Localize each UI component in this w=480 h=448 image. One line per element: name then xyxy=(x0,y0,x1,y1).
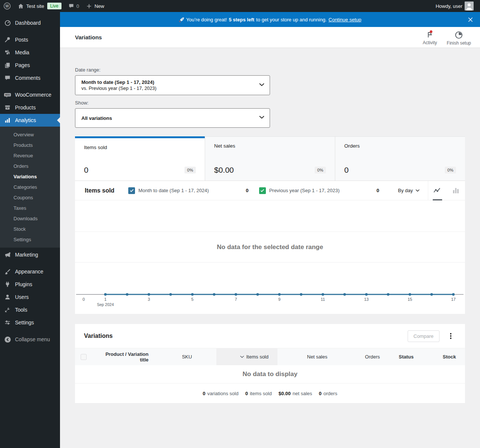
table-header-row: Product / Variation title SKU Items sold… xyxy=(75,348,465,365)
svg-text:5: 5 xyxy=(191,297,194,302)
line-chart-type-button[interactable] xyxy=(428,181,447,200)
checkbox-checked-icon xyxy=(259,187,266,194)
submenu-item-categories[interactable]: Categories xyxy=(0,182,60,192)
column-header-orders[interactable]: Orders xyxy=(336,348,389,365)
sidebar-item-label: Analytics xyxy=(15,117,36,123)
sidebar-item-posts[interactable]: Posts xyxy=(0,33,60,46)
stat-value: 0 xyxy=(344,166,349,175)
wordpress-menu[interactable]: W xyxy=(0,0,14,12)
sidebar-item-label: Settings xyxy=(15,320,34,326)
brush-icon xyxy=(4,268,11,275)
submenu-item-settings[interactable]: Settings xyxy=(0,234,60,245)
sidebar-item-dashboard[interactable]: Dashboard xyxy=(0,16,60,29)
chart-plot-area: No data for the selected date range 01Se… xyxy=(75,200,465,314)
submenu-item-overview[interactable]: Overview xyxy=(0,129,60,140)
svg-text:13: 13 xyxy=(364,297,369,302)
compare-button[interactable]: Compare xyxy=(408,330,440,342)
chevron-down-icon xyxy=(416,189,420,192)
svg-text:7: 7 xyxy=(235,297,237,302)
stats-tabs: Items sold 0 0% Net sales $0.00 0% Order… xyxy=(75,136,465,181)
line-chart-icon xyxy=(433,187,442,194)
submenu-item-downloads[interactable]: Downloads xyxy=(0,213,60,224)
table-card-header: Variations Compare xyxy=(75,324,465,348)
column-header-net-sales[interactable]: Net sales xyxy=(278,348,336,365)
show-label: Show: xyxy=(75,100,465,106)
chevron-down-icon xyxy=(259,83,264,86)
plug-icon xyxy=(4,281,11,288)
date-range-select[interactable]: Month to date (Sep 1 - 17, 2024) vs. Pre… xyxy=(75,75,270,95)
show-select[interactable]: All variations xyxy=(75,108,270,128)
table-summary-row: 0variations sold 0items sold $0.00net sa… xyxy=(75,384,465,403)
chart-empty-state: No data for the selected date range xyxy=(75,231,465,263)
media-icon xyxy=(4,49,11,56)
sidebar-item-comments[interactable]: Comments xyxy=(0,72,60,84)
continue-setup-link[interactable]: Continue setup xyxy=(328,17,361,22)
close-icon xyxy=(468,17,473,22)
summary-net-sales: $0.00net sales xyxy=(279,391,312,396)
sidebar-item-collapse-menu[interactable]: Collapse menu xyxy=(0,333,60,346)
active-menu-notch xyxy=(57,117,60,123)
bar-chart-icon xyxy=(4,117,11,124)
bar-chart-type-button[interactable] xyxy=(447,181,465,200)
legend-label: Previous year (Sep 1 - 17, 2023) xyxy=(269,188,340,193)
pages-icon xyxy=(4,62,11,69)
sidebar-item-settings[interactable]: Settings xyxy=(0,316,60,329)
site-menu[interactable]: Test site Live xyxy=(14,0,65,12)
submenu-item-taxes[interactable]: Taxes xyxy=(0,203,60,213)
svg-text:Sep 2024: Sep 2024 xyxy=(97,302,114,307)
banner-close-button[interactable] xyxy=(466,15,475,24)
legend-toggle-current-period[interactable]: Month to date (Sep 1 - 17, 2024) 0 xyxy=(128,187,249,194)
stat-tab-orders[interactable]: Orders 0 0% xyxy=(335,136,465,181)
account-menu[interactable]: Howdy, user xyxy=(432,0,477,12)
sidebar-item-media[interactable]: Media xyxy=(0,46,60,59)
comments-shortcut[interactable]: 0 xyxy=(65,0,82,12)
activity-button[interactable]: Activity xyxy=(423,29,437,46)
stat-delta-badge: 0% xyxy=(184,167,196,173)
summary-variations-sold: 0variations sold xyxy=(203,391,238,396)
activity-label: Activity xyxy=(423,40,437,45)
sidebar-item-tools[interactable]: Tools xyxy=(0,303,60,316)
sidebar-item-products[interactable]: Products xyxy=(0,101,60,114)
submenu-item-products[interactable]: Products xyxy=(0,140,60,150)
stat-tab-net-sales[interactable]: Net sales $0.00 0% xyxy=(205,136,335,181)
interval-select[interactable]: By day xyxy=(390,188,428,193)
sidebar-item-woocommerce[interactable]: WOO WooCommerce xyxy=(0,88,60,101)
stat-value: 0 xyxy=(84,166,88,175)
sidebar-item-analytics[interactable]: Analytics xyxy=(0,114,60,127)
sidebar-item-plugins[interactable]: Plugins xyxy=(0,278,60,291)
finish-setup-button[interactable]: Finish setup xyxy=(447,29,471,46)
legend-toggle-previous-period[interactable]: Previous year (Sep 1 - 17, 2023) 0 xyxy=(259,187,380,194)
submenu-item-coupons[interactable]: Coupons xyxy=(0,192,60,203)
admin-bar: W Test site Live 0 New Howdy, user xyxy=(0,0,480,12)
sidebar-item-label: WooCommerce xyxy=(15,92,51,98)
new-menu[interactable]: New xyxy=(82,0,108,12)
date-range-label: Date range: xyxy=(75,67,465,73)
site-name: Test site xyxy=(26,3,44,9)
submenu-item-revenue[interactable]: Revenue xyxy=(0,150,60,161)
svg-text:W: W xyxy=(5,4,9,8)
sidebar-item-users[interactable]: Users xyxy=(0,291,60,303)
variations-table-card: Variations Compare Product / Variation t… xyxy=(75,324,465,403)
avatar xyxy=(465,1,474,10)
column-header-sku[interactable]: SKU xyxy=(158,348,216,365)
interval-value: By day xyxy=(398,188,413,193)
sidebar-item-label: Media xyxy=(15,49,29,55)
admin-sidebar: Dashboard Posts Media Pages Comments WOO… xyxy=(0,12,60,448)
sidebar-item-appearance[interactable]: Appearance xyxy=(0,265,60,278)
select-all-checkbox[interactable] xyxy=(81,354,87,360)
rocket-icon xyxy=(179,17,184,22)
show-value: All variations xyxy=(81,115,112,121)
submenu-item-variations[interactable]: Variations xyxy=(0,171,60,182)
stat-tab-items-sold[interactable]: Items sold 0 0% xyxy=(75,136,205,181)
sidebar-item-pages[interactable]: Pages xyxy=(0,59,60,72)
kebab-menu-icon[interactable] xyxy=(446,332,455,340)
stat-delta-badge: 0% xyxy=(315,167,326,173)
progress-circle-icon xyxy=(455,31,463,39)
submenu-item-orders[interactable]: Orders xyxy=(0,161,60,171)
column-header-items-sold[interactable]: Items sold xyxy=(216,348,278,365)
submenu-item-stock[interactable]: Stock xyxy=(0,224,60,234)
svg-text:0: 0 xyxy=(82,297,85,302)
summary-items-sold: 0items sold xyxy=(245,391,272,396)
sidebar-item-marketing[interactable]: Marketing xyxy=(0,248,60,261)
live-badge: Live xyxy=(47,3,62,9)
